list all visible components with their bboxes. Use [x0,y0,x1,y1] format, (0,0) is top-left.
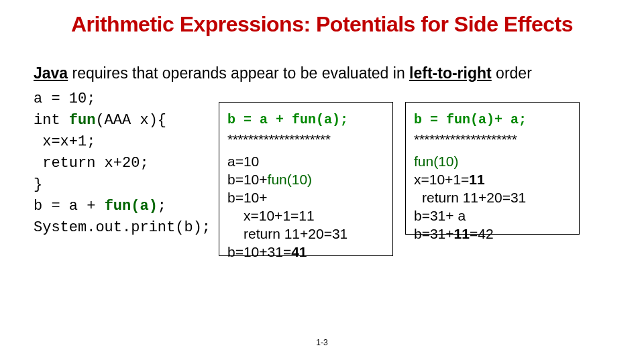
b1-t5: return 11+20=31 [227,225,386,243]
box1-trace: a=10 b=10+fun(10) b=10+ x=10+1=11 return… [227,152,386,261]
trace-box-left: b = a + fun(a); ******************** a=1… [219,102,393,256]
b1-t1: a=10 [227,154,259,169]
code-l4: return x+20; [34,155,149,172]
intro-text: Java requires that operands appear to be… [34,64,532,82]
b1-t6b: 41 [291,244,307,259]
b2-t5c: =42 [470,226,494,241]
box1-code: b = a + fun(a); [227,111,386,129]
b2-t3: return 11+20=31 [414,188,572,206]
code-l2a: int [34,112,69,129]
code-l7: System.out.print(b); [34,219,211,236]
intro-mid: requires that operands appear to be eval… [68,64,409,82]
b2-t1: fun(10) [414,154,459,169]
b1-t4: x=10+1=11 [227,206,386,225]
b1-t2b: fun(10) [268,172,313,187]
box2-trace: fun(10) x=10+1=11 return 11+20=31 b=31+ … [414,152,572,243]
code-l6a: b = a + [34,198,105,215]
b1-t3: b=10+ [227,190,268,205]
b2-t5a: b=31+ [414,226,454,241]
code-l1: a = 10; [34,90,95,107]
b2-t2b: 11 [469,172,484,187]
code-l6b: ; [158,198,166,215]
code-l2b: (AAA x){ [95,112,166,129]
java-word: Java [34,64,68,82]
code-l6-fn: fun(a) [105,198,158,215]
left-to-right: left-to-right [409,64,492,82]
slide-title: Arithmetic Expressions: Potentials for S… [0,0,644,37]
intro-end: order [492,64,532,82]
code-listing: a = 10; int fun(AAA x){ x=x+1; return x+… [34,88,211,239]
box2-code: b = fun(a)+ a; [414,111,572,129]
trace-box-right: b = fun(a)+ a; ******************** fun(… [405,102,580,235]
code-l2-fn: fun [69,112,96,129]
b2-t5b: 11 [454,226,470,241]
b1-t2a: b=10+ [227,172,268,187]
b2-t2a: x=10+1= [414,172,469,187]
b2-t4: b=31+ a [414,208,466,223]
code-l5: } [34,176,42,193]
code-l3: x=x+1; [34,133,95,150]
box1-stars: ******************** [227,130,386,148]
page-number: 1-3 [0,338,644,347]
b1-t6a: b=10+31= [227,244,291,259]
box2-stars: ******************** [414,130,572,148]
